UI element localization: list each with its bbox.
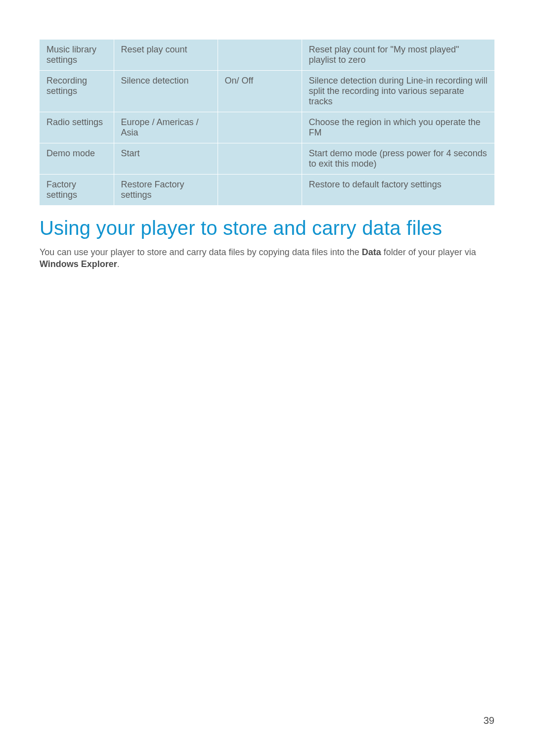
paragraph-text: folder of your player via — [381, 247, 476, 257]
description-cell: Silence detection during Line-in recordi… — [302, 71, 494, 112]
setting-cell: Factory settings — [40, 175, 114, 206]
option-cell: Restore Factory settings — [114, 175, 218, 206]
settings-table: Music library settings Reset play count … — [40, 40, 494, 205]
option-cell: Start — [114, 143, 218, 175]
table-row: Factory settings Restore Factory setting… — [40, 175, 494, 206]
paragraph-text: . — [117, 259, 120, 269]
value-cell — [218, 143, 302, 175]
setting-cell: Radio settings — [40, 112, 114, 143]
paragraph-bold: Windows Explorer — [40, 259, 117, 269]
value-cell — [218, 112, 302, 143]
description-cell: Reset play count for "My most played" pl… — [302, 40, 494, 71]
table-row: Music library settings Reset play count … — [40, 40, 494, 71]
value-cell: On/ Off — [218, 71, 302, 112]
option-cell: Reset play count — [114, 40, 218, 71]
paragraph-text: You can use your player to store and car… — [40, 247, 362, 257]
table-row: Radio settings Europe / Americas / Asia … — [40, 112, 494, 143]
option-cell: Silence detection — [114, 71, 218, 112]
paragraph-bold: Data — [362, 247, 381, 257]
section-heading: Using your player to store and carry dat… — [40, 217, 494, 239]
value-cell — [218, 175, 302, 206]
value-cell — [218, 40, 302, 71]
setting-cell: Demo mode — [40, 143, 114, 175]
description-cell: Start demo mode (press power for 4 secon… — [302, 143, 494, 175]
table-row: Demo mode Start Start demo mode (press p… — [40, 143, 494, 175]
setting-cell: Recording settings — [40, 71, 114, 112]
page-number: 39 — [484, 715, 494, 726]
description-cell: Choose the region in which you operate t… — [302, 112, 494, 143]
description-cell: Restore to default factory settings — [302, 175, 494, 206]
body-paragraph: You can use your player to store and car… — [40, 246, 494, 270]
setting-cell: Music library settings — [40, 40, 114, 71]
table-row: Recording settings Silence detection On/… — [40, 71, 494, 112]
option-cell: Europe / Americas / Asia — [114, 112, 218, 143]
